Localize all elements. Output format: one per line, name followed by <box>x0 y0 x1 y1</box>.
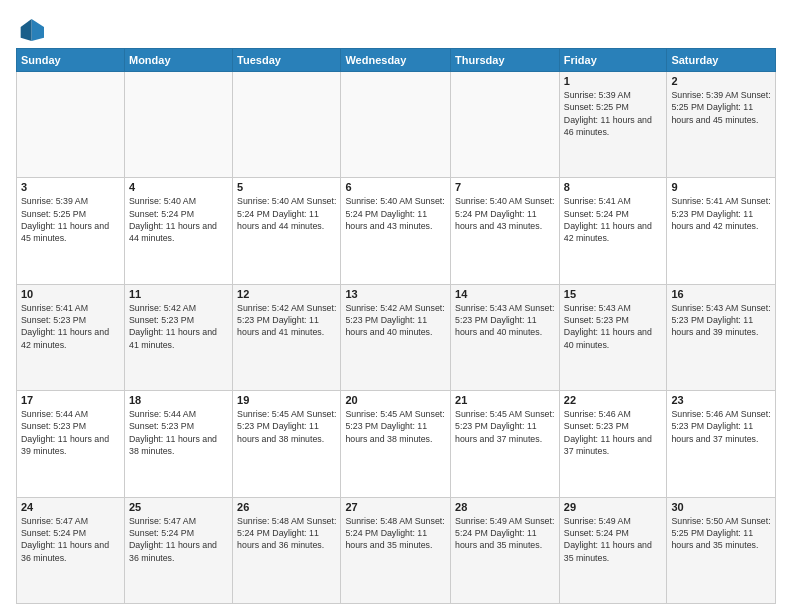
week-row-2: 3Sunrise: 5:39 AM Sunset: 5:25 PM Daylig… <box>17 178 776 284</box>
week-row-1: 1Sunrise: 5:39 AM Sunset: 5:25 PM Daylig… <box>17 72 776 178</box>
weekday-header-monday: Monday <box>124 49 232 72</box>
day-cell: 22Sunrise: 5:46 AM Sunset: 5:23 PM Dayli… <box>559 391 667 497</box>
day-info: Sunrise: 5:45 AM Sunset: 5:23 PM Dayligh… <box>345 408 446 445</box>
day-cell: 18Sunrise: 5:44 AM Sunset: 5:23 PM Dayli… <box>124 391 232 497</box>
day-info: Sunrise: 5:42 AM Sunset: 5:23 PM Dayligh… <box>237 302 336 339</box>
weekday-header-sunday: Sunday <box>17 49 125 72</box>
weekday-header-row: SundayMondayTuesdayWednesdayThursdayFrid… <box>17 49 776 72</box>
day-cell: 13Sunrise: 5:42 AM Sunset: 5:23 PM Dayli… <box>341 284 451 390</box>
day-cell: 4Sunrise: 5:40 AM Sunset: 5:24 PM Daylig… <box>124 178 232 284</box>
day-number: 14 <box>455 288 555 300</box>
day-number: 23 <box>671 394 771 406</box>
day-info: Sunrise: 5:43 AM Sunset: 5:23 PM Dayligh… <box>564 302 663 351</box>
day-cell: 8Sunrise: 5:41 AM Sunset: 5:24 PM Daylig… <box>559 178 667 284</box>
day-info: Sunrise: 5:41 AM Sunset: 5:23 PM Dayligh… <box>671 195 771 232</box>
day-info: Sunrise: 5:42 AM Sunset: 5:23 PM Dayligh… <box>129 302 228 351</box>
weekday-header-thursday: Thursday <box>451 49 560 72</box>
day-number: 27 <box>345 501 446 513</box>
svg-marker-0 <box>32 19 44 41</box>
day-info: Sunrise: 5:39 AM Sunset: 5:25 PM Dayligh… <box>564 89 663 138</box>
day-cell <box>233 72 341 178</box>
day-info: Sunrise: 5:45 AM Sunset: 5:23 PM Dayligh… <box>237 408 336 445</box>
calendar: SundayMondayTuesdayWednesdayThursdayFrid… <box>16 48 776 604</box>
day-number: 17 <box>21 394 120 406</box>
page: SundayMondayTuesdayWednesdayThursdayFrid… <box>0 0 792 612</box>
day-number: 4 <box>129 181 228 193</box>
day-cell: 10Sunrise: 5:41 AM Sunset: 5:23 PM Dayli… <box>17 284 125 390</box>
day-cell: 14Sunrise: 5:43 AM Sunset: 5:23 PM Dayli… <box>451 284 560 390</box>
day-number: 7 <box>455 181 555 193</box>
day-info: Sunrise: 5:44 AM Sunset: 5:23 PM Dayligh… <box>129 408 228 457</box>
day-number: 15 <box>564 288 663 300</box>
svg-marker-1 <box>21 19 32 41</box>
day-info: Sunrise: 5:40 AM Sunset: 5:24 PM Dayligh… <box>455 195 555 232</box>
day-info: Sunrise: 5:46 AM Sunset: 5:23 PM Dayligh… <box>564 408 663 457</box>
day-cell: 23Sunrise: 5:46 AM Sunset: 5:23 PM Dayli… <box>667 391 776 497</box>
day-number: 1 <box>564 75 663 87</box>
day-number: 6 <box>345 181 446 193</box>
day-cell: 24Sunrise: 5:47 AM Sunset: 5:24 PM Dayli… <box>17 497 125 603</box>
day-number: 28 <box>455 501 555 513</box>
day-info: Sunrise: 5:40 AM Sunset: 5:24 PM Dayligh… <box>345 195 446 232</box>
day-info: Sunrise: 5:43 AM Sunset: 5:23 PM Dayligh… <box>455 302 555 339</box>
day-info: Sunrise: 5:47 AM Sunset: 5:24 PM Dayligh… <box>129 515 228 564</box>
day-number: 10 <box>21 288 120 300</box>
day-cell: 17Sunrise: 5:44 AM Sunset: 5:23 PM Dayli… <box>17 391 125 497</box>
day-cell: 1Sunrise: 5:39 AM Sunset: 5:25 PM Daylig… <box>559 72 667 178</box>
day-info: Sunrise: 5:49 AM Sunset: 5:24 PM Dayligh… <box>455 515 555 552</box>
day-cell: 7Sunrise: 5:40 AM Sunset: 5:24 PM Daylig… <box>451 178 560 284</box>
day-number: 20 <box>345 394 446 406</box>
logo <box>16 16 48 44</box>
day-info: Sunrise: 5:46 AM Sunset: 5:23 PM Dayligh… <box>671 408 771 445</box>
day-number: 18 <box>129 394 228 406</box>
day-number: 21 <box>455 394 555 406</box>
day-cell: 6Sunrise: 5:40 AM Sunset: 5:24 PM Daylig… <box>341 178 451 284</box>
day-number: 2 <box>671 75 771 87</box>
day-cell <box>124 72 232 178</box>
day-cell: 29Sunrise: 5:49 AM Sunset: 5:24 PM Dayli… <box>559 497 667 603</box>
day-info: Sunrise: 5:50 AM Sunset: 5:25 PM Dayligh… <box>671 515 771 552</box>
day-info: Sunrise: 5:47 AM Sunset: 5:24 PM Dayligh… <box>21 515 120 564</box>
day-info: Sunrise: 5:44 AM Sunset: 5:23 PM Dayligh… <box>21 408 120 457</box>
day-info: Sunrise: 5:43 AM Sunset: 5:23 PM Dayligh… <box>671 302 771 339</box>
week-row-5: 24Sunrise: 5:47 AM Sunset: 5:24 PM Dayli… <box>17 497 776 603</box>
day-cell: 28Sunrise: 5:49 AM Sunset: 5:24 PM Dayli… <box>451 497 560 603</box>
day-cell: 27Sunrise: 5:48 AM Sunset: 5:24 PM Dayli… <box>341 497 451 603</box>
day-cell: 11Sunrise: 5:42 AM Sunset: 5:23 PM Dayli… <box>124 284 232 390</box>
day-info: Sunrise: 5:39 AM Sunset: 5:25 PM Dayligh… <box>21 195 120 244</box>
day-info: Sunrise: 5:49 AM Sunset: 5:24 PM Dayligh… <box>564 515 663 564</box>
day-cell: 16Sunrise: 5:43 AM Sunset: 5:23 PM Dayli… <box>667 284 776 390</box>
day-number: 16 <box>671 288 771 300</box>
day-info: Sunrise: 5:40 AM Sunset: 5:24 PM Dayligh… <box>129 195 228 244</box>
day-cell: 5Sunrise: 5:40 AM Sunset: 5:24 PM Daylig… <box>233 178 341 284</box>
day-number: 3 <box>21 181 120 193</box>
day-number: 13 <box>345 288 446 300</box>
weekday-header-tuesday: Tuesday <box>233 49 341 72</box>
week-row-4: 17Sunrise: 5:44 AM Sunset: 5:23 PM Dayli… <box>17 391 776 497</box>
day-info: Sunrise: 5:40 AM Sunset: 5:24 PM Dayligh… <box>237 195 336 232</box>
day-cell: 25Sunrise: 5:47 AM Sunset: 5:24 PM Dayli… <box>124 497 232 603</box>
day-info: Sunrise: 5:42 AM Sunset: 5:23 PM Dayligh… <box>345 302 446 339</box>
day-number: 8 <box>564 181 663 193</box>
day-cell: 30Sunrise: 5:50 AM Sunset: 5:25 PM Dayli… <box>667 497 776 603</box>
weekday-header-saturday: Saturday <box>667 49 776 72</box>
day-number: 19 <box>237 394 336 406</box>
day-info: Sunrise: 5:45 AM Sunset: 5:23 PM Dayligh… <box>455 408 555 445</box>
day-number: 12 <box>237 288 336 300</box>
day-cell: 19Sunrise: 5:45 AM Sunset: 5:23 PM Dayli… <box>233 391 341 497</box>
day-number: 25 <box>129 501 228 513</box>
day-cell: 12Sunrise: 5:42 AM Sunset: 5:23 PM Dayli… <box>233 284 341 390</box>
day-number: 11 <box>129 288 228 300</box>
day-number: 9 <box>671 181 771 193</box>
day-cell: 3Sunrise: 5:39 AM Sunset: 5:25 PM Daylig… <box>17 178 125 284</box>
day-number: 26 <box>237 501 336 513</box>
day-cell: 20Sunrise: 5:45 AM Sunset: 5:23 PM Dayli… <box>341 391 451 497</box>
day-info: Sunrise: 5:39 AM Sunset: 5:25 PM Dayligh… <box>671 89 771 126</box>
day-info: Sunrise: 5:41 AM Sunset: 5:23 PM Dayligh… <box>21 302 120 351</box>
day-cell: 2Sunrise: 5:39 AM Sunset: 5:25 PM Daylig… <box>667 72 776 178</box>
day-info: Sunrise: 5:48 AM Sunset: 5:24 PM Dayligh… <box>345 515 446 552</box>
day-number: 30 <box>671 501 771 513</box>
logo-icon <box>16 16 44 44</box>
weekday-header-wednesday: Wednesday <box>341 49 451 72</box>
day-number: 24 <box>21 501 120 513</box>
